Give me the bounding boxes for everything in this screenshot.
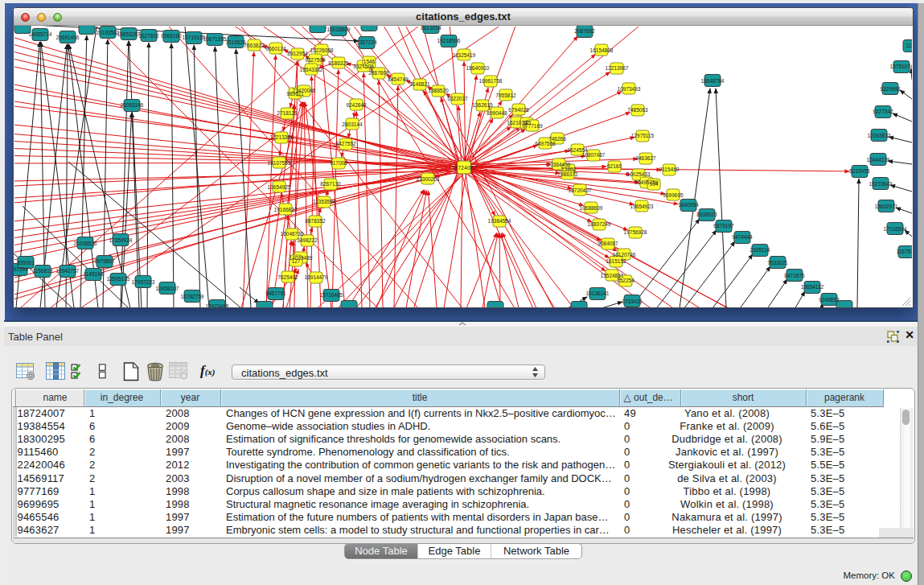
svg-text:12093832: 12093832 xyxy=(868,133,891,138)
svg-text:8912954: 8912954 xyxy=(287,51,308,56)
svg-text:10671355: 10671355 xyxy=(203,36,227,42)
svg-text:7986372: 7986372 xyxy=(557,171,578,177)
svg-text:17016504: 17016504 xyxy=(884,226,907,232)
svg-text:6794028: 6794028 xyxy=(508,107,529,113)
svg-text:23300203: 23300203 xyxy=(417,176,440,182)
svg-text:391594: 391594 xyxy=(14,266,28,272)
svg-text:7955812: 7955812 xyxy=(495,93,516,98)
svg-text:7515526: 7515526 xyxy=(225,39,246,45)
svg-text:10654925: 10654925 xyxy=(268,184,291,190)
svg-text:8878352: 8878352 xyxy=(305,218,326,224)
svg-text:12942757: 12942757 xyxy=(56,268,80,274)
svg-text:9463627: 9463627 xyxy=(635,155,656,161)
svg-text:10688609: 10688609 xyxy=(580,205,603,211)
svg-text:9457791: 9457791 xyxy=(265,290,286,296)
svg-text:10025433: 10025433 xyxy=(627,171,651,177)
svg-text:9327509: 9327509 xyxy=(305,57,326,63)
svg-text:9227342: 9227342 xyxy=(873,109,893,114)
svg-text:19166827: 19166827 xyxy=(274,207,298,212)
svg-text:1588520: 1588520 xyxy=(428,88,449,93)
svg-text:1156819: 1156819 xyxy=(33,268,53,274)
svg-text:5322037: 5322037 xyxy=(447,96,468,101)
svg-text:62160: 62160 xyxy=(607,163,622,169)
svg-text:9115460: 9115460 xyxy=(659,167,680,172)
svg-text:1733426: 1733426 xyxy=(622,299,643,304)
svg-text:19654923: 19654923 xyxy=(630,204,654,209)
svg-text:7485063: 7485063 xyxy=(627,107,648,113)
svg-text:127: 127 xyxy=(292,258,301,264)
svg-text:935061: 935061 xyxy=(17,260,35,266)
svg-text:9777169: 9777169 xyxy=(522,123,543,129)
svg-text:16648784: 16648784 xyxy=(701,78,725,84)
svg-text:10653287: 10653287 xyxy=(117,31,141,37)
svg-text:7632621: 7632621 xyxy=(767,260,788,266)
svg-text:15692971: 15692971 xyxy=(875,204,898,209)
svg-text:6966160: 6966160 xyxy=(161,33,182,39)
svg-text:20206536: 20206536 xyxy=(74,241,97,246)
svg-text:8454749: 8454749 xyxy=(388,76,409,82)
svg-text:8215955: 8215955 xyxy=(849,168,870,174)
svg-text:9245652: 9245652 xyxy=(819,297,840,303)
svg-text:1546: 1546 xyxy=(363,59,376,64)
svg-text:8427552: 8427552 xyxy=(335,141,356,146)
svg-text:8990448: 8990448 xyxy=(487,110,507,116)
svg-text:12213369: 12213369 xyxy=(270,134,294,140)
svg-text:12213967: 12213967 xyxy=(606,65,629,71)
svg-text:11353594: 11353594 xyxy=(313,199,336,204)
svg-text:10973493: 10973493 xyxy=(618,86,641,92)
svg-text:23420046: 23420046 xyxy=(293,88,316,93)
svg-text:8186325: 8186325 xyxy=(328,60,349,66)
svg-text:6497568: 6497568 xyxy=(535,141,556,146)
svg-text:2867608: 2867608 xyxy=(368,70,389,76)
svg-text:9699695: 9699695 xyxy=(663,192,684,198)
svg-text:20193582: 20193582 xyxy=(97,30,120,35)
svg-text:7357224: 7357224 xyxy=(356,39,377,45)
svg-text:17957223: 17957223 xyxy=(132,279,155,285)
svg-text:10807487: 10807487 xyxy=(582,152,606,158)
svg-text:9474444: 9474444 xyxy=(732,234,753,240)
svg-text:9329966: 9329966 xyxy=(880,86,901,92)
svg-text:17359924: 17359924 xyxy=(109,237,133,243)
svg-text:16120746: 16120746 xyxy=(613,252,636,257)
svg-text:10033809: 10033809 xyxy=(327,27,351,32)
svg-text:9242848: 9242848 xyxy=(346,102,367,108)
svg-text:19384554: 19384554 xyxy=(488,218,511,224)
svg-text:16046736: 16046736 xyxy=(281,231,304,237)
svg-text:252254: 252254 xyxy=(617,278,634,283)
svg-text:917006: 917006 xyxy=(330,160,347,166)
svg-text:904: 904 xyxy=(650,181,659,187)
svg-text:15226058: 15226058 xyxy=(310,47,334,53)
svg-text:1527602: 1527602 xyxy=(138,33,159,39)
svg-text:10654112: 10654112 xyxy=(801,284,824,290)
svg-text:19218506: 19218506 xyxy=(437,38,461,43)
svg-text:9327508: 9327508 xyxy=(353,64,374,69)
svg-text:15751074: 15751074 xyxy=(890,64,912,69)
svg-text:10719155: 10719155 xyxy=(183,35,206,40)
svg-text:1615152: 1615152 xyxy=(606,258,626,264)
svg-text:20053346: 20053346 xyxy=(121,102,144,108)
svg-text:2935114: 2935114 xyxy=(750,247,770,253)
svg-text:16136141: 16136141 xyxy=(586,290,610,296)
svg-text:8813054: 8813054 xyxy=(421,26,441,31)
svg-text:7625402: 7625402 xyxy=(277,274,298,280)
svg-text:9660124: 9660124 xyxy=(265,46,286,51)
svg-text:11325419: 11325419 xyxy=(453,52,476,58)
svg-text:16107553: 16107553 xyxy=(268,160,291,166)
svg-text:8267130: 8267130 xyxy=(320,181,341,187)
svg-text:3498222: 3498222 xyxy=(297,237,318,243)
svg-text:9084067: 9084067 xyxy=(598,241,618,246)
svg-text:16961758: 16961758 xyxy=(479,78,503,84)
svg-text:1362615: 1362615 xyxy=(472,102,493,108)
svg-text:16914479: 16914479 xyxy=(305,274,328,280)
svg-text:14055714: 14055714 xyxy=(29,31,52,37)
svg-text:20691406: 20691406 xyxy=(56,35,80,40)
svg-text:18640910: 18640910 xyxy=(466,65,490,71)
svg-text:6879197: 6879197 xyxy=(713,223,734,229)
svg-text:16543382: 16543382 xyxy=(300,67,323,72)
svg-text:12975115: 12975115 xyxy=(631,133,655,138)
svg-text:12505135: 12505135 xyxy=(107,276,130,282)
svg-text:2087682: 2087682 xyxy=(574,28,595,34)
svg-text:2803144: 2803144 xyxy=(342,122,363,127)
svg-text:7663822: 7663822 xyxy=(244,43,265,48)
svg-text:19756928: 19756928 xyxy=(624,229,647,235)
